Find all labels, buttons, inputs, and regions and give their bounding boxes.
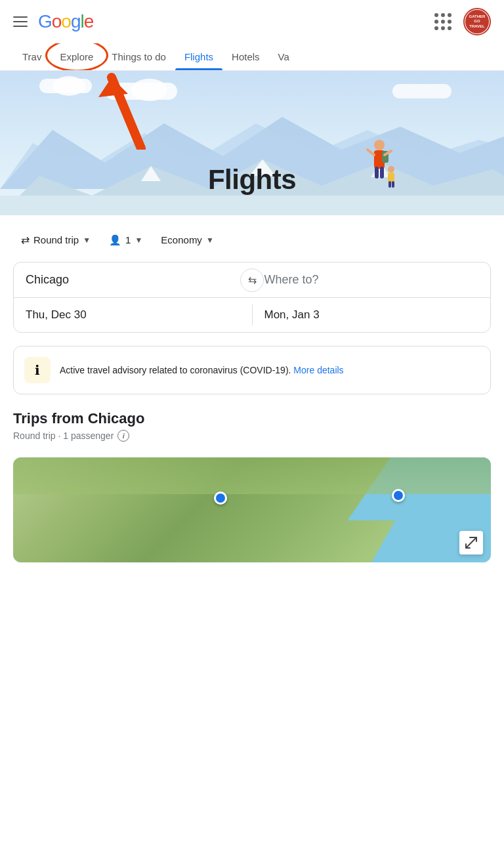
expand-icon bbox=[465, 537, 477, 549]
trips-from-title: Trips from Chicago bbox=[13, 410, 491, 427]
svg-line-20 bbox=[466, 537, 476, 548]
hero-banner: Flights bbox=[0, 71, 504, 215]
header-left: Google bbox=[13, 11, 93, 32]
advisory-card: ℹ Active travel advisory related to coro… bbox=[13, 346, 491, 394]
hamburger-menu[interactable] bbox=[13, 16, 28, 27]
cabin-chevron: ▼ bbox=[206, 236, 214, 245]
trips-info-icon[interactable]: i bbox=[117, 430, 129, 442]
header-right: GATHER GO TRAVEL bbox=[434, 8, 491, 35]
tab-things-to-do[interactable]: Things to do bbox=[102, 43, 175, 70]
passengers-button[interactable]: 👤 1 ▼ bbox=[101, 229, 150, 251]
trips-from-subtitle: Round trip · 1 passenger i bbox=[13, 430, 491, 442]
advisory-more-details-link[interactable]: More details bbox=[293, 365, 343, 375]
origin-destination-fields: Chicago ⇆ Where to? bbox=[14, 262, 490, 297]
advisory-text: Active travel advisory related to corona… bbox=[60, 364, 344, 377]
tab-hotels[interactable]: Hotels bbox=[222, 43, 269, 70]
svg-point-7 bbox=[374, 140, 385, 150]
cloud-2 bbox=[52, 76, 85, 96]
map-expand-button[interactable] bbox=[459, 531, 483, 555]
depart-date-field[interactable]: Thu, Dec 30 bbox=[14, 298, 252, 332]
origin-field[interactable]: Chicago bbox=[14, 262, 252, 297]
origin-destination-box: Chicago ⇆ Where to? Thu, Dec 30 Mon, Jan… bbox=[13, 262, 491, 333]
passenger-count: 1 bbox=[125, 234, 131, 245]
hero-title: Flights bbox=[0, 164, 504, 196]
return-date-field[interactable]: Mon, Jan 3 bbox=[253, 298, 491, 332]
explore-tab-wrapper: Explore bbox=[51, 43, 102, 70]
cabin-label: Economy bbox=[161, 234, 202, 245]
cabin-class-button[interactable]: Economy ▼ bbox=[153, 229, 221, 251]
passengers-chevron: ▼ bbox=[135, 236, 142, 245]
trips-from-section: Trips from Chicago Round trip · 1 passen… bbox=[0, 394, 504, 450]
round-trip-icon: ⇄ bbox=[21, 234, 30, 246]
trip-type-chevron: ▼ bbox=[83, 236, 91, 245]
swap-button[interactable]: ⇆ bbox=[240, 268, 264, 292]
date-row: Thu, Dec 30 Mon, Jan 3 bbox=[14, 297, 490, 332]
cloud-4 bbox=[131, 79, 167, 101]
apps-grid-icon[interactable] bbox=[434, 13, 452, 30]
svg-rect-6 bbox=[0, 196, 504, 215]
map-preview[interactable] bbox=[13, 457, 491, 562]
map-north bbox=[13, 457, 491, 494]
trip-options-bar: ⇄ Round trip ▼ 👤 1 ▼ Economy ▼ bbox=[13, 228, 491, 251]
header: Google GATHER GO TRAVEL bbox=[0, 0, 504, 43]
advisory-icon: ℹ bbox=[24, 357, 51, 383]
map-background bbox=[13, 457, 491, 562]
trip-type-label: Round trip bbox=[33, 234, 79, 245]
trip-type-button[interactable]: ⇄ Round trip ▼ bbox=[13, 228, 98, 251]
passenger-icon: 👤 bbox=[109, 234, 121, 246]
swap-icon: ⇆ bbox=[248, 274, 257, 286]
map-dot-chicago bbox=[214, 492, 227, 505]
svg-line-12 bbox=[368, 150, 374, 155]
tab-vacations[interactable]: Va bbox=[269, 43, 299, 70]
cloud-5 bbox=[392, 84, 452, 98]
tab-explore[interactable]: Explore bbox=[51, 43, 102, 70]
search-section: ⇄ Round trip ▼ 👤 1 ▼ Economy ▼ Chicago ⇆… bbox=[0, 215, 504, 333]
google-logo: Google bbox=[38, 11, 93, 32]
tab-flights[interactable]: Flights bbox=[175, 43, 222, 70]
user-avatar[interactable]: GATHER GO TRAVEL bbox=[463, 8, 491, 35]
advisory-message: Active travel advisory related to corona… bbox=[60, 365, 291, 375]
tab-travel[interactable]: Trav bbox=[13, 43, 51, 70]
trips-subtitle-text: Round trip · 1 passenger bbox=[13, 430, 114, 441]
destination-field[interactable]: Where to? bbox=[253, 262, 491, 297]
navigation-tabs: Trav Explore Things to do Flights Hotels… bbox=[0, 43, 504, 71]
map-dot-destination bbox=[392, 489, 405, 502]
